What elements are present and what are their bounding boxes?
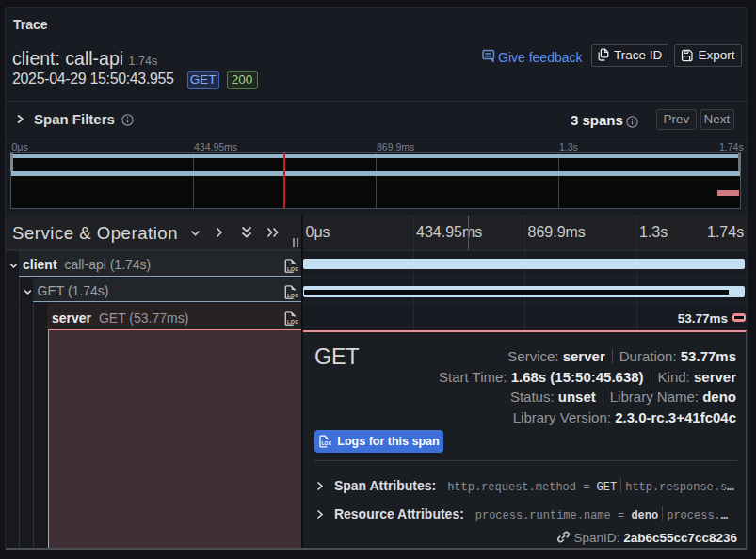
svg-text:LOG: LOG	[322, 440, 332, 446]
svg-text:LOG: LOG	[287, 319, 298, 325]
svg-text:LOG: LOG	[287, 266, 298, 272]
svg-text:LOG: LOG	[287, 293, 298, 298]
